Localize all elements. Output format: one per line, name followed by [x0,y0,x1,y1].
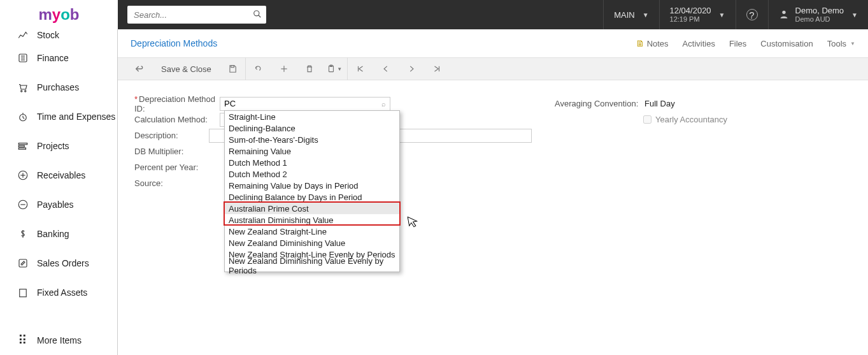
clock-icon [15,111,31,122]
brand-logo: myob [0,0,118,29]
svg-point-8 [25,91,26,92]
files-button[interactable]: Files [729,39,746,48]
search-icon[interactable]: ⌕ [381,100,386,108]
sidebar-item-finance[interactable]: Finance [4,43,117,73]
activities-button[interactable]: Activities [683,39,715,48]
svg-rect-13 [18,143,27,145]
checkbox-yearly-accountancy [643,115,651,124]
user-name: Demo, Demo [795,6,844,16]
date-label: 12/04/2020 [670,6,711,16]
sidebar-item-receivables[interactable]: Receivables [4,161,117,190]
last-record-button[interactable] [424,57,450,80]
save-close-button[interactable]: Save & Close [152,57,220,80]
input-dep-method-id[interactable]: PC ⌕ [220,97,390,111]
sidebar-item-purchases[interactable]: Purchases [4,73,117,102]
chevron-down-icon: ▼ [851,11,858,18]
next-record-button[interactable] [399,57,424,80]
user-menu[interactable]: Demo, Demo Demo AUD ▼ [768,0,868,29]
company-label: MAIN [614,10,635,20]
notes-button[interactable]: 🗎 Notes [636,38,669,48]
svg-rect-30 [231,66,234,68]
cart-icon [15,82,31,93]
customisation-button[interactable]: Customisation [760,39,813,48]
notes-icon: 🗎 [636,38,644,48]
undo-button[interactable] [246,57,271,80]
help-button[interactable]: ? [736,0,768,29]
help-icon: ? [746,9,758,20]
label-averaging: Averaging Convention: [551,99,643,108]
chevron-down-icon: ▼ [643,11,649,18]
sidebar-item-label: Sales Orders [37,258,89,268]
user-icon [779,9,789,21]
svg-line-11 [23,118,24,119]
sidebar-item-label: Purchases [37,82,79,92]
sidebar-item-label: Stock [37,30,59,40]
top-bar: MAIN ▼ 12/04/2020 12:19 PM ▼ ? Demo, Dem… [118,0,868,29]
date-selector[interactable]: 12/04/2020 12:19 PM ▼ [659,0,736,29]
sidebar-item-label: Fixed Assets [37,287,87,298]
svg-point-0 [254,10,259,15]
sidebar-item-projects[interactable]: Projects [4,131,117,161]
sidebar-item-label: Finance [37,53,69,63]
first-record-button[interactable] [348,57,373,80]
search-box[interactable] [127,6,266,24]
tools-menu[interactable]: Tools▼ [827,39,855,48]
building-icon [15,287,31,298]
chevron-down-icon: ▼ [719,11,725,18]
dollar-icon [15,228,31,240]
page-header: Depreciation Methods 🗎 Notes Activities … [118,29,868,57]
dropdown-option[interactable]: Straight-Line [225,111,399,122]
sidebar-item-stock[interactable]: Stock [4,29,117,43]
prev-record-button[interactable] [373,57,399,80]
delete-button[interactable] [297,57,322,80]
label-description: Description: [131,131,209,140]
label-dep-method-id: *Depreciation Method ID: [131,94,220,113]
svg-rect-15 [18,148,25,149]
search-icon[interactable] [248,10,266,20]
dropdown-option[interactable]: New Zealand Straight-Line [225,226,399,237]
dropdown-option[interactable]: Dutch Method 2 [225,168,399,180]
notes-label: Notes [647,39,669,48]
dropdown-option[interactable]: Declining-Balance [225,122,399,134]
time-label: 12:19 PM [670,15,711,24]
sidebar-item-sales-orders[interactable]: Sales Orders [4,249,117,278]
toolbar: Save & Close ▼ [118,57,868,80]
chevron-down-icon: ▼ [337,66,342,72]
sidebar-item-more[interactable]: ⠿ More Items [4,326,118,355]
svg-line-1 [259,15,261,17]
svg-rect-23 [20,289,27,297]
sidebar-item-label: Banking [37,229,69,239]
dropdown-option[interactable]: Australian Diminishing Value [225,214,399,226]
search-input[interactable] [127,10,248,20]
finance-icon [15,52,31,64]
calc-method-dropdown[interactable]: Straight-Line Declining-Balance Sum-of-t… [224,110,400,272]
plus-circle-icon [15,170,31,181]
add-button[interactable] [271,57,297,80]
svg-rect-22 [19,259,27,267]
sidebar-item-fixed-assets[interactable]: Fixed Assets [4,278,117,307]
page-title[interactable]: Depreciation Methods [131,38,217,48]
label-calc-method: Calculation Method: [131,115,220,124]
dropdown-option[interactable]: Australian Prime Cost [225,203,399,214]
sidebar-item-payables[interactable]: Payables [4,190,117,219]
label-percent-per-year: Percent per Year: [131,163,220,172]
clipboard-button[interactable]: ▼ [322,57,348,80]
sidebar-item-banking[interactable]: Banking [4,219,117,249]
sidebar-item-time-expenses[interactable]: Time and Expenses [4,102,117,131]
dropdown-option[interactable]: Remaining Value by Days in Period [225,180,399,191]
chevron-down-icon: ▼ [850,41,855,47]
back-button[interactable] [127,57,152,80]
user-sub: Demo AUD [795,15,844,24]
dropdown-option[interactable]: Sum-of-the-Years'-Digits [225,134,399,145]
dropdown-option[interactable]: Dutch Method 1 [225,157,399,168]
dropdown-option[interactable]: New Zealand Diminishing Value [225,237,399,249]
sidebar-item-label: Projects [37,141,69,151]
save-button[interactable] [220,57,246,80]
dropdown-option[interactable]: Remaining Value [225,145,399,157]
edit-icon [15,257,31,269]
dropdown-option[interactable]: New Zealand Diminishing Value Evenly by … [225,260,399,272]
stock-icon [15,29,31,41]
sidebar-item-label: Time and Expenses [37,112,115,122]
company-selector[interactable]: MAIN ▼ [603,0,658,29]
dropdown-option[interactable]: Declining Balance by Days in Period [225,191,399,203]
